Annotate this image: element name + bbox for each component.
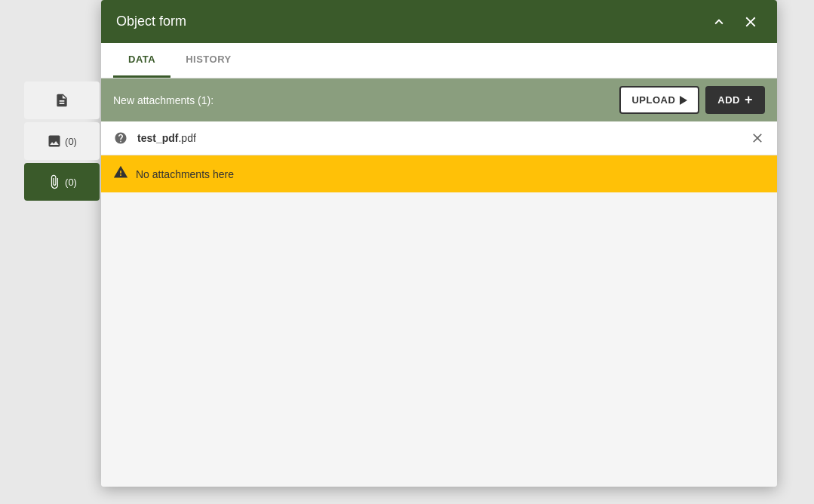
modal-title: Object form bbox=[116, 14, 186, 29]
add-plus-icon: + bbox=[745, 92, 753, 108]
minimize-button[interactable] bbox=[708, 11, 730, 33]
file-remove-button[interactable] bbox=[750, 131, 765, 146]
warning-text: No attachments here bbox=[136, 168, 234, 180]
upload-arrow-icon bbox=[680, 96, 687, 105]
file-name: test_pdf.pdf bbox=[137, 132, 741, 144]
file-row: test_pdf.pdf bbox=[101, 121, 777, 155]
attachment-icon bbox=[47, 174, 62, 189]
warning-bar: No attachments here bbox=[101, 155, 777, 192]
chevron-up-icon bbox=[711, 14, 727, 30]
document-icon bbox=[54, 93, 69, 108]
upload-button[interactable]: UPLOAD bbox=[619, 86, 699, 114]
file-name-part1: test_pdf bbox=[137, 132, 178, 144]
close-icon bbox=[742, 14, 759, 30]
sidebar: (0) (0) bbox=[24, 81, 100, 201]
close-button[interactable] bbox=[739, 11, 762, 33]
modal-header: Object form bbox=[101, 0, 777, 43]
object-form-modal: Object form DATA HISTORY New attachments… bbox=[101, 0, 777, 487]
warning-triangle-icon bbox=[113, 164, 128, 183]
sidebar-item-images[interactable]: (0) bbox=[24, 122, 100, 160]
tab-history[interactable]: HISTORY bbox=[170, 43, 247, 78]
file-name-part2: .pdf bbox=[178, 132, 195, 144]
attachments-actions: UPLOAD ADD + bbox=[619, 86, 765, 114]
attachments-count: (0) bbox=[65, 177, 77, 188]
tab-data[interactable]: DATA bbox=[113, 43, 170, 78]
upload-label: UPLOAD bbox=[631, 94, 675, 106]
sidebar-item-attachments[interactable]: (0) bbox=[24, 163, 100, 201]
images-count: (0) bbox=[65, 136, 77, 147]
attachments-label: New attachments (1): bbox=[113, 94, 213, 106]
add-label: ADD bbox=[717, 94, 740, 106]
help-icon[interactable] bbox=[113, 131, 128, 146]
tab-bar: DATA HISTORY bbox=[101, 43, 777, 78]
remove-icon bbox=[750, 131, 765, 146]
attachments-bar: New attachments (1): UPLOAD ADD + bbox=[101, 78, 777, 121]
image-icon bbox=[47, 134, 62, 149]
add-button[interactable]: ADD + bbox=[705, 86, 765, 114]
modal-content: New attachments (1): UPLOAD ADD + t bbox=[101, 78, 777, 487]
sidebar-item-documents[interactable] bbox=[24, 81, 100, 119]
modal-header-actions bbox=[708, 11, 762, 33]
